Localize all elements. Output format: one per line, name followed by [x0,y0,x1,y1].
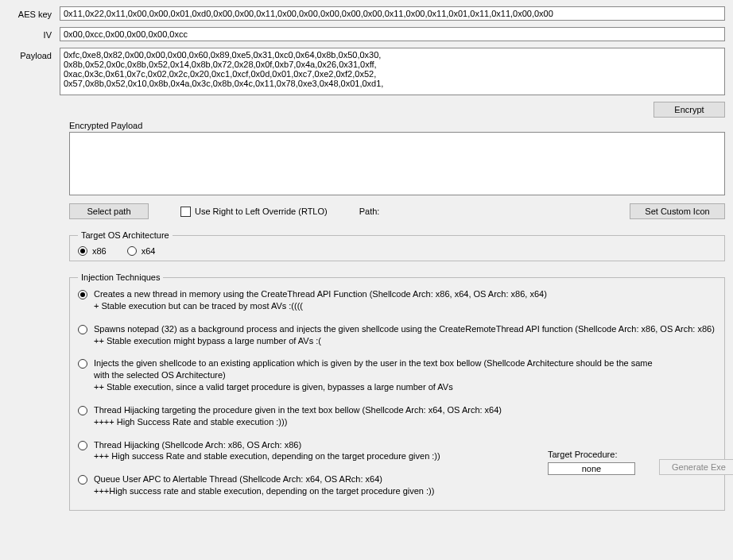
injection-option-2-text: Spawns notepad (32) as a background proc… [94,323,716,347]
iv-input[interactable] [60,27,725,41]
injection-option-1-text: Creates a new thread in memory using the… [94,288,716,312]
radio-icon [78,290,87,299]
radio-icon [78,246,87,256]
arch-x86-radio[interactable]: x86 [78,246,107,256]
radio-icon [127,246,137,256]
generate-exe-button[interactable]: Generate Exe [659,459,733,475]
set-custom-icon-button[interactable]: Set Custom Icon [630,203,725,219]
injection-legend: Injection Techniques [78,272,163,282]
injection-option-2[interactable]: Spawns notepad (32) as a background proc… [78,323,716,347]
radio-icon [78,359,87,369]
target-arch-legend: Target OS Architecture [78,230,173,240]
radio-icon [78,406,87,415]
path-label: Path: [359,207,380,216]
injection-option-3-text: Injects the given shellcode to an existi… [94,357,716,393]
aes-key-input[interactable] [60,6,725,21]
arch-x86-label: x86 [92,246,107,256]
radio-icon [78,475,87,485]
payload-input[interactable]: 0xfc,0xe8,0x82,0x00,0x00,0x00,0x60,0x89,… [60,48,725,95]
injection-option-4-text: Thread Hijacking targeting the procedure… [94,404,716,428]
radio-icon [78,325,87,334]
encrypted-payload-label: Encrypted Payload [69,121,725,130]
injection-option-4[interactable]: Thread Hijacking targeting the procedure… [78,404,716,428]
checkbox-icon [180,207,191,217]
encrypt-button[interactable]: Encrypt [653,102,725,118]
payload-label: Payload [8,48,60,60]
arch-x64-label: x64 [142,246,156,256]
target-procedure-input[interactable]: none [548,462,635,475]
radio-icon [78,441,87,450]
rtlo-label: Use Right to Left Override (RTLO) [195,207,328,216]
injection-option-1[interactable]: Creates a new thread in memory using the… [78,288,716,312]
arch-x64-radio[interactable]: x64 [127,246,156,256]
aes-key-label: AES key [8,6,60,19]
encrypted-payload-output[interactable] [69,132,725,195]
iv-label: IV [8,27,60,40]
select-path-button[interactable]: Select path [69,203,149,219]
injection-option-3[interactable]: Injects the given shellcode to an existi… [78,357,716,393]
target-procedure-label: Target Procedure: [548,450,617,459]
rtlo-checkbox[interactable]: Use Right to Left Override (RTLO) [180,207,328,217]
